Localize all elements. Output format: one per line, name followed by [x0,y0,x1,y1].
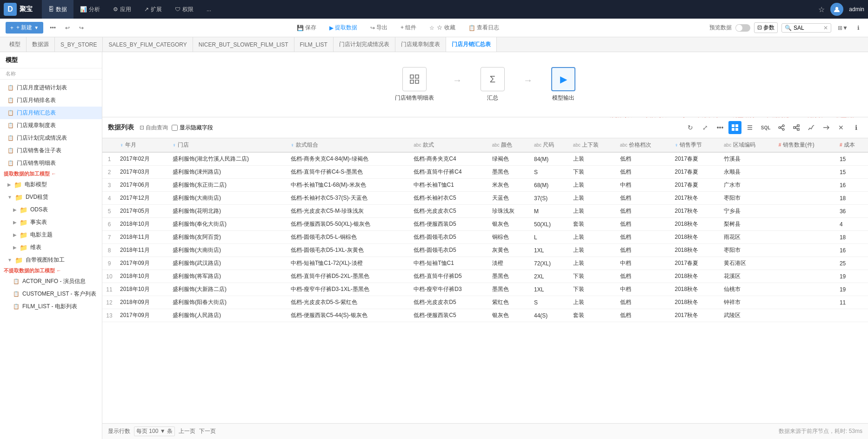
col-style[interactable]: abc 款式 [410,138,488,152]
col-year-month[interactable]: ♀ 年月 [116,138,169,152]
sidebar-item-sales-notes[interactable]: 📋 门店销售备注子表 [0,144,102,157]
col-type-year-month: ♀ [120,142,124,148]
col-style-combo[interactable]: ♀ 款式组合 [287,138,410,152]
preview-toggle[interactable] [735,24,750,32]
content-area: 门店销售明细表 → Σ 汇总 → ▶ 模型输出 数据列表 [102,52,868,439]
log-button[interactable]: 📋 查看日志 [466,22,502,34]
table-cell-size: S [530,166,569,179]
model-attr-button[interactable]: ✕ [835,121,848,134]
table-cell-rownum: 2 [102,166,116,179]
tab-nicer-but-slower[interactable]: NICER_BUT_SLOWER_FILM_LIST [193,37,294,52]
nav-tab-perms[interactable]: 🛡 权限 [168,0,200,19]
export-button[interactable]: ↪ 导出 [367,22,390,34]
per-page-select[interactable]: 每页 100 ▼ 条 [134,426,175,436]
nav-tab-more[interactable]: ... [200,0,218,19]
tab-store-plan[interactable]: 门店计划完成情况表 [334,37,395,52]
param-button[interactable]: ⊡ 参数 [754,22,778,33]
pipeline-box-output[interactable]: ▶ [551,67,575,91]
info-button[interactable]: ℹ [855,23,862,33]
show-hidden-label[interactable]: 显示隐藏字段 [172,124,213,132]
col-region-code[interactable]: abc 区域编码 [720,138,775,152]
extract-data-button[interactable]: ▶ 提取数据 [327,22,360,34]
col-size[interactable]: abc 尺码 [530,138,569,152]
tree-struct-button[interactable] [790,121,803,134]
pipeline-box-summary[interactable]: Σ [481,67,505,91]
show-hidden-checkbox[interactable] [172,125,178,131]
sidebar-item-folder-fact[interactable]: ▶ 📁 事实表 [0,216,102,229]
tab-sales-by-store[interactable]: S_BY_STORE [55,37,103,52]
sidebar-item-monthly-plan[interactable]: 📋 门店月度进销计划表 [0,81,102,94]
folder-movie-icon: 📁 [14,181,22,189]
pipeline-node-summary[interactable]: Σ 汇总 [481,67,505,102]
col-season[interactable]: ♀ 销售季节 [671,138,720,152]
sidebar-label-dim: 维表 [30,243,41,251]
next-page-button[interactable]: 下一页 [199,427,216,435]
grid-view-button[interactable] [728,121,741,134]
expand-button[interactable]: ⤢ [699,121,712,134]
annotation-data-list: ↓数据列表 [607,117,632,119]
tab-film-list[interactable]: FILM_LIST [294,37,334,52]
collect-button[interactable]: ☆ ☆ 收藏 [427,22,458,34]
sidebar-item-monthly-summary[interactable]: 📋 门店月销汇总表 [0,107,102,119]
col-sales-qty[interactable]: # 销售数量(件) [775,138,836,152]
col-store[interactable]: ♀ 门店 [169,138,287,152]
relation-button[interactable] [775,121,788,134]
nav-tab-apps[interactable]: ⚙ 应用 [107,0,138,19]
nav-tab-data[interactable]: 🗄 数据 [42,0,73,19]
col-cost[interactable]: # 成本 [836,138,868,152]
new-button[interactable]: + + 新建 ▼ [6,22,43,34]
more-options-button[interactable]: ••• [47,23,59,33]
nav-tab-analysis[interactable]: 📊 分析 [73,0,107,19]
undo-button[interactable]: ↩ [62,23,73,33]
sidebar-item-actor-info[interactable]: 📋 ACTOR_INFO - 演员信息 [0,275,102,288]
sidebar-item-folder-movie[interactable]: ▶ 📁 电影模型 [0,178,102,191]
tab-model[interactable]: 模型 [4,37,27,52]
pipeline-node-output[interactable]: ▶ 模型输出 [551,67,575,102]
sidebar-item-film-list[interactable]: 📋 FILM_LIST - 电影列表 [0,300,102,313]
col-color[interactable]: abc 颜色 [488,138,530,152]
more-table-button[interactable]: ••• [714,121,727,134]
sidebar-label-monthly-summary: 门店月销汇总表 [17,109,56,117]
lineage-button[interactable] [820,121,833,134]
info-table-button[interactable]: ℹ [849,121,862,134]
sidebar-item-sales-detail[interactable]: 📋 门店销售明细表 [0,157,102,169]
sidebar-item-folder-movie-theme[interactable]: ▶ 📁 电影主题 [0,229,102,241]
sql-button[interactable]: SQL [758,121,773,134]
tab-store-monthly[interactable]: 门店月销汇总表 [446,37,497,52]
sidebar-item-customer-list[interactable]: 📋 CUSTOMER_LIST - 客户列表 [0,288,102,300]
search-input[interactable] [794,25,821,31]
sidebar-item-folder-ods[interactable]: ▶ 📁 ODS表 [0,203,102,216]
performance-button[interactable] [805,121,818,134]
table-cell-year_month: 2017年02月 [116,152,169,166]
col-price-level[interactable]: abc 价格档次 [616,138,671,152]
sidebar-item-store-rules[interactable]: 📋 门店规章制度表 [0,119,102,132]
sidebar-label-monthly-rank: 门店月销排名表 [17,96,56,104]
pipeline-node-sales-detail[interactable]: 门店销售明细表 [395,67,434,102]
clear-search-icon[interactable]: ✕ [823,25,828,31]
col-up-down[interactable]: abc 上下装 [569,138,616,152]
group-button[interactable]: + 组件 [398,22,419,34]
sidebar-item-folder-dim[interactable]: ▶ 📁 维表 [0,241,102,254]
table-cell-sales_qty [775,166,836,179]
tab-sales-by-film[interactable]: SALES_BY_FILM_CATEGORY [103,37,193,52]
avatar[interactable] [830,3,843,16]
list-view-button[interactable] [743,121,756,134]
pipeline-box-sales-detail[interactable] [402,67,427,91]
tab-store-rules[interactable]: 门店规章制度表 [395,37,446,52]
sidebar-item-folder-view[interactable]: ▼ 📁 自带视图转加工 [0,254,102,266]
tab-datasource[interactable]: 数据源 [27,37,55,52]
prev-page-button[interactable]: 上一页 [179,427,195,435]
sidebar-item-store-plan[interactable]: 📋 门店计划完成情况表 [0,132,102,144]
layout-button[interactable]: ⊞▼ [835,23,851,33]
pipeline-arrow-2: → [523,75,533,86]
redo-button[interactable]: ↪ [76,23,87,33]
sidebar-item-monthly-rank[interactable]: 📋 门店月销排名表 [0,94,102,107]
sidebar-item-folder-dvd[interactable]: ▼ 📁 DVD租赁 [0,191,102,203]
save-button[interactable]: 💾 保存 [294,22,319,34]
table-cell-region_code: 竹溪县 [720,152,775,166]
refresh-button[interactable]: ↻ [684,121,697,134]
table-cell-price_level: 低档 [616,166,671,179]
free-query-button[interactable]: ⊡ 自由查询 [140,124,168,132]
favorite-icon[interactable]: ☆ [818,5,825,14]
nav-tab-expand[interactable]: ↗ 扩展 [138,0,168,19]
